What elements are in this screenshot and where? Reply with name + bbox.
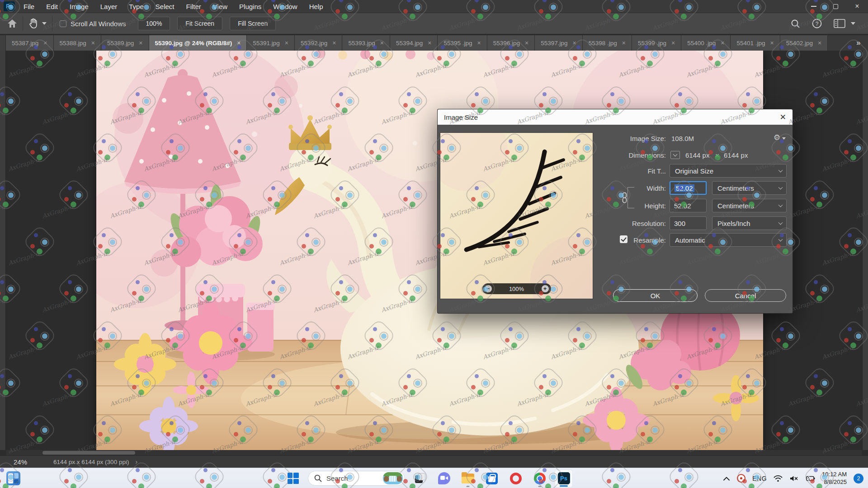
recorder-tray-icon[interactable] (737, 474, 745, 483)
zoom-in-button[interactable]: + (542, 285, 549, 292)
tab-overflow-button[interactable]: » (849, 35, 868, 51)
document-tab[interactable]: 55391.jpg× (247, 35, 295, 51)
chat-app[interactable] (435, 469, 453, 488)
menu-item-window[interactable]: Window (267, 0, 303, 13)
document-tab[interactable]: 55387.jpg× (6, 35, 54, 51)
height-unit-select[interactable]: Centimeters (712, 199, 787, 212)
fill-screen-button[interactable]: Fill Screen (230, 17, 276, 30)
gear-caret-icon[interactable] (782, 137, 786, 140)
search-icon[interactable] (791, 19, 800, 28)
fit-to-select[interactable]: Original Size (670, 164, 787, 178)
cancel-button[interactable]: Cancel (705, 289, 786, 302)
help-icon[interactable]: ? (812, 19, 822, 28)
home-button[interactable] (7, 19, 17, 28)
opera-app[interactable] (507, 469, 525, 488)
tab-close-icon[interactable]: × (572, 39, 576, 47)
document-tab[interactable]: 55402.jpg× (780, 35, 828, 51)
ok-button[interactable]: OK (613, 289, 698, 302)
document-tab[interactable]: 55400 .jpg× (681, 35, 731, 51)
hand-tool-dropdown-caret[interactable] (42, 22, 47, 25)
document-tab[interactable]: 55393.jpg× (342, 35, 390, 51)
document-tab[interactable]: 55389.jpg× (101, 35, 149, 51)
zoom-100-button[interactable]: 100% (138, 17, 170, 30)
chrome-app[interactable] (531, 469, 549, 488)
taskbar-search[interactable]: Search (308, 471, 405, 486)
menu-item-plugins[interactable]: Plugins (233, 0, 267, 13)
gear-icon[interactable]: ⚙ (774, 133, 780, 142)
widgets-button[interactable] (6, 471, 20, 485)
language-indicator[interactable]: ENG (752, 475, 767, 482)
height-input[interactable]: 52.02 (670, 199, 707, 212)
tab-close-icon[interactable]: × (770, 39, 774, 47)
menu-item-file[interactable]: File (18, 0, 40, 13)
document-tab[interactable]: 55398 .jpg× (583, 35, 632, 51)
dialog-close-button[interactable]: ✕ (780, 113, 786, 122)
menu-item-type[interactable]: Type (123, 0, 150, 13)
menu-item-select[interactable]: Select (150, 0, 180, 13)
menu-item-layer[interactable]: Layer (94, 0, 123, 13)
document-tab-active[interactable]: 55390.jpg @ 24% (RGB/8#)× (149, 35, 247, 51)
dimensions-dropdown[interactable] (670, 151, 680, 159)
start-button[interactable] (284, 469, 302, 488)
scroll-all-windows-checkbox[interactable] (60, 20, 66, 27)
notification-badge[interactable]: 2 (854, 474, 863, 483)
resolution-unit-select[interactable]: Pixels/Inch (712, 216, 787, 230)
document-tab[interactable]: 55392.jpg× (295, 35, 343, 51)
resolution-input[interactable]: 300 (670, 216, 707, 230)
left-panel-strip[interactable] (0, 51, 6, 450)
width-input[interactable]: 52.02 (670, 181, 707, 195)
document-tab[interactable]: 55394.jpg× (390, 35, 438, 51)
taskview-photos-app[interactable] (411, 469, 429, 488)
minimize-button[interactable] (803, 0, 825, 13)
tab-close-icon[interactable]: × (721, 39, 724, 47)
fit-screen-button[interactable]: Fit Screen (177, 17, 222, 30)
tab-close-icon[interactable]: × (139, 39, 142, 47)
hidden-icons-chevron[interactable] (723, 476, 730, 481)
tab-close-icon[interactable]: × (525, 39, 528, 47)
right-panel-strip[interactable] (862, 51, 868, 450)
document-tab[interactable]: 55401 .jpg× (731, 35, 780, 51)
tab-close-icon[interactable]: × (285, 39, 288, 47)
document-tab[interactable]: 55399 .jpg× (632, 35, 681, 51)
microsoft-store-app[interactable] (483, 469, 501, 488)
tab-close-icon[interactable]: × (43, 39, 47, 47)
tab-close-icon[interactable]: × (380, 39, 384, 47)
document-tab[interactable]: 55397.jpg× (535, 35, 583, 51)
document-tab[interactable]: 55388.jpg× (54, 35, 102, 51)
horizontal-scrollbar[interactable] (6, 450, 862, 455)
tab-close-icon[interactable]: × (91, 39, 95, 47)
status-zoom-level[interactable]: 24% (14, 458, 27, 466)
workspace-caret[interactable] (851, 22, 855, 25)
hand-tool-button[interactable] (28, 18, 38, 29)
menu-item-edit[interactable]: Edit (40, 0, 64, 13)
dialog-title-bar[interactable]: Image Size ✕ (438, 109, 793, 125)
tab-close-icon[interactable]: × (477, 39, 481, 47)
volume-muted-icon[interactable] (789, 475, 798, 482)
tab-close-icon[interactable]: × (818, 39, 821, 47)
tab-close-icon[interactable]: × (671, 39, 675, 47)
photoshop-app[interactable]: Ps (555, 469, 573, 488)
horizontal-scrollbar-thumb[interactable] (42, 451, 135, 455)
menu-item-help[interactable]: Help (303, 0, 329, 13)
zoom-out-button[interactable]: − (485, 285, 492, 292)
file-explorer-app[interactable] (459, 469, 477, 488)
status-options-chevron[interactable]: › (135, 458, 137, 465)
menu-item-view[interactable]: View (207, 0, 233, 13)
tab-close-icon[interactable]: × (237, 39, 241, 47)
resample-select[interactable]: Automatic (670, 233, 787, 247)
restore-button[interactable] (825, 0, 846, 13)
workspace-icon[interactable] (834, 19, 845, 28)
clock[interactable]: 10:12 AM 8/8/2025 (822, 471, 847, 486)
document-tab[interactable]: 55395 .jpg× (438, 35, 487, 51)
close-button[interactable]: × (846, 0, 868, 13)
dialog-preview[interactable]: − 100% + (440, 132, 593, 299)
tab-close-icon[interactable]: × (622, 39, 626, 47)
menu-item-image[interactable]: Image (64, 0, 94, 13)
tab-close-icon[interactable]: × (428, 39, 431, 47)
tab-close-icon[interactable]: × (332, 39, 336, 47)
wifi-icon[interactable] (774, 475, 783, 482)
document-tab[interactable]: 55396.jpg× (487, 35, 535, 51)
width-unit-select[interactable]: Centimeters (712, 181, 787, 195)
battery-charging-icon[interactable] (805, 475, 815, 482)
menu-item-filter[interactable]: Filter (180, 0, 207, 13)
